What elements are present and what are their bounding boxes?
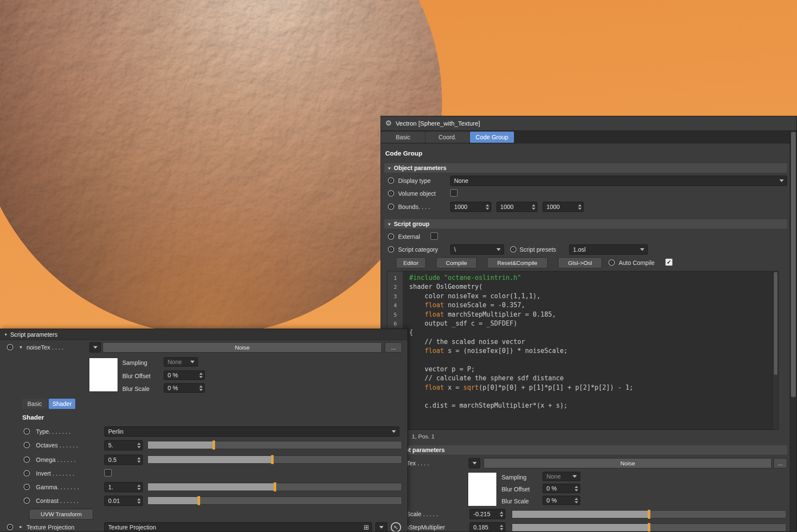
- spinner-up-icon[interactable]: [575, 486, 578, 488]
- march-step-spinner[interactable]: 0.185: [469, 522, 505, 532]
- spinner-up-icon[interactable]: [137, 457, 141, 459]
- spinner-down-icon[interactable]: [532, 208, 535, 210]
- spinner-down-icon[interactable]: [578, 208, 582, 210]
- spinner-down-icon[interactable]: [199, 389, 203, 391]
- type-dropdown[interactable]: Perlin: [104, 426, 399, 437]
- color-swatch[interactable]: [89, 358, 118, 392]
- param-dot-icon[interactable]: [24, 428, 30, 435]
- tab-code-group[interactable]: Code Group: [470, 132, 514, 143]
- param-dot-icon[interactable]: [7, 524, 13, 530]
- editor-scrollbar-thumb[interactable]: [774, 272, 777, 375]
- auto-compile-checkbox[interactable]: [665, 259, 673, 266]
- blur-offset-spinner[interactable]: 0 %: [164, 370, 205, 380]
- contrast-spinner[interactable]: 0.01: [104, 496, 143, 506]
- noise-button[interactable]: Noise: [484, 458, 772, 468]
- spinner-up-icon[interactable]: [578, 204, 582, 206]
- object-parameters-header[interactable]: ▾ Object parameters: [384, 163, 787, 173]
- pick-object-icon[interactable]: ↖: [391, 522, 401, 532]
- chevron-down-icon[interactable]: ▾: [20, 344, 22, 350]
- param-dot-icon[interactable]: [388, 177, 394, 184]
- spinner-down-icon[interactable]: [575, 501, 578, 503]
- noisetex-dropdown[interactable]: [89, 342, 101, 353]
- tab-basic[interactable]: Basic: [381, 132, 425, 143]
- tab-coord[interactable]: Coord.: [425, 132, 469, 143]
- param-dot-icon[interactable]: [388, 233, 394, 240]
- param-dot-icon[interactable]: [24, 497, 30, 504]
- march-step-slider[interactable]: [512, 523, 786, 532]
- omega-slider[interactable]: [148, 456, 402, 464]
- bounds-y-spinner[interactable]: 1000: [496, 202, 537, 212]
- noise-scale-spinner[interactable]: -0.215: [469, 509, 505, 519]
- spinner-down-icon[interactable]: [575, 489, 578, 491]
- script-presets-dropdown[interactable]: 1.osl: [569, 244, 648, 255]
- spinner-down-icon[interactable]: [137, 488, 141, 490]
- more-button[interactable]: ...: [773, 458, 787, 468]
- noise-scale-slider[interactable]: [512, 510, 786, 518]
- tab-basic[interactable]: Basic: [22, 399, 47, 409]
- spinner-down-icon[interactable]: [137, 461, 141, 463]
- glsl-to-osl-button[interactable]: Glsl->Osl: [558, 257, 602, 268]
- omega-spinner[interactable]: 0.5: [104, 455, 143, 465]
- param-dot-icon[interactable]: [510, 246, 517, 253]
- sampling-dropdown[interactable]: None: [164, 357, 198, 367]
- spinner-down-icon[interactable]: [199, 376, 203, 378]
- texture-projection-field[interactable]: Texture Projection ⊞: [104, 522, 372, 532]
- chevron-right-icon[interactable]: ▸: [20, 524, 22, 529]
- gamma-slider[interactable]: [148, 483, 402, 491]
- param-dot-icon[interactable]: [7, 344, 13, 350]
- bounds-z-spinner[interactable]: 1000: [543, 202, 584, 212]
- window-scrollbar[interactable]: [790, 131, 797, 532]
- param-dot-icon[interactable]: [608, 259, 615, 266]
- spinner-up-icon[interactable]: [137, 485, 141, 487]
- compile-button[interactable]: Compile: [436, 257, 477, 268]
- reset-compile-button[interactable]: Reset&Compile: [487, 257, 548, 268]
- script-group-header[interactable]: ▾ Script group: [384, 219, 787, 229]
- color-swatch[interactable]: [468, 472, 497, 506]
- gamma-spinner[interactable]: 1.: [104, 482, 143, 492]
- code-editor[interactable]: 1#include "octane-oslintrin.h"2shader Os…: [387, 271, 779, 430]
- param-dot-icon[interactable]: [388, 203, 394, 210]
- volume-object-checkbox[interactable]: [450, 189, 458, 197]
- noise-button[interactable]: Noise: [103, 342, 382, 353]
- display-type-dropdown[interactable]: None: [450, 176, 787, 186]
- editor-scrollbar[interactable]: [773, 271, 778, 429]
- contrast-slider[interactable]: [148, 497, 402, 505]
- param-dot-icon[interactable]: [24, 442, 30, 448]
- spinner-up-icon[interactable]: [575, 498, 578, 500]
- editor-button[interactable]: Editor: [396, 257, 426, 268]
- octaves-slider[interactable]: [148, 441, 402, 449]
- param-dot-icon[interactable]: [388, 246, 394, 253]
- invert-checkbox[interactable]: [104, 469, 112, 476]
- spinner-up-icon[interactable]: [137, 498, 141, 500]
- window-scrollbar-thumb[interactable]: [791, 132, 796, 397]
- bounds-x-spinner[interactable]: 1000: [450, 202, 491, 212]
- spinner-up-icon[interactable]: [137, 443, 141, 445]
- panel-header[interactable]: ▾ Script parameters: [0, 329, 407, 340]
- spinner-up-icon[interactable]: [199, 373, 203, 375]
- external-checkbox[interactable]: [431, 232, 438, 240]
- blur-scale-spinner[interactable]: 0 %: [164, 383, 205, 393]
- param-dot-icon[interactable]: [24, 456, 30, 463]
- sampling-dropdown[interactable]: None: [543, 472, 580, 481]
- param-dot-icon[interactable]: [24, 484, 30, 490]
- blur-scale-spinner[interactable]: 0 %: [543, 496, 580, 505]
- script-category-dropdown[interactable]: \: [450, 244, 504, 255]
- spinner-down-icon[interactable]: [500, 528, 503, 530]
- param-dot-icon[interactable]: [24, 470, 30, 476]
- spinner-up-icon[interactable]: [486, 204, 489, 206]
- script-parameters-header[interactable]: ▾ Script parameters: [384, 445, 787, 455]
- spinner-up-icon[interactable]: [199, 385, 203, 388]
- spinner-up-icon[interactable]: [500, 511, 503, 514]
- spinner-down-icon[interactable]: [500, 515, 503, 517]
- expand-icon[interactable]: ⊞: [363, 523, 369, 531]
- spinner-up-icon[interactable]: [500, 525, 503, 527]
- spinner-down-icon[interactable]: [137, 446, 141, 448]
- noisetex-dropdown[interactable]: [469, 458, 480, 468]
- param-dot-icon[interactable]: [388, 190, 394, 197]
- spinner-down-icon[interactable]: [137, 502, 141, 504]
- more-button[interactable]: ...: [385, 342, 402, 353]
- blur-offset-spinner[interactable]: 0 %: [543, 484, 580, 493]
- tab-shader[interactable]: Shader: [49, 399, 75, 409]
- uvw-transform-button[interactable]: UVW Transform: [29, 509, 93, 520]
- vectron-titlebar[interactable]: ⚙ Vectron [Sphere_with_Texture]: [381, 116, 797, 131]
